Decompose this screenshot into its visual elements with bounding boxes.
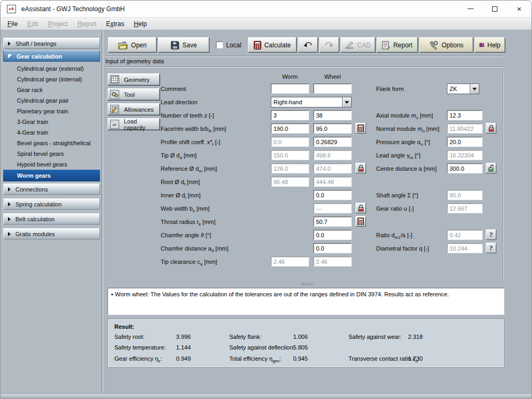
redo-icon bbox=[325, 41, 334, 48]
chamfer-distance-wheel-input[interactable] bbox=[313, 243, 352, 253]
centre-distance-lock-button[interactable] bbox=[486, 163, 496, 173]
maximize-button[interactable] bbox=[483, 1, 507, 17]
comment-worm-input[interactable] bbox=[271, 84, 309, 94]
chevron-right-icon bbox=[8, 41, 11, 46]
worm-column-header: Worm bbox=[271, 73, 309, 80]
chevron-down-icon bbox=[470, 84, 479, 94]
svg-text:?: ? bbox=[481, 44, 483, 46]
splitter-handle[interactable] bbox=[301, 283, 313, 286]
sidebar-item-bevel-gears[interactable]: Bevel gears - straight/helical bbox=[3, 138, 100, 148]
sidebar-item-worm-gears[interactable]: Worm gears bbox=[3, 170, 100, 181]
result-value: 1.730 bbox=[408, 355, 423, 362]
face-width-worm-input[interactable] bbox=[271, 123, 309, 134]
sidebar-group-connections[interactable]: Connections bbox=[3, 184, 100, 195]
undo-button[interactable] bbox=[298, 37, 318, 53]
result-label: Safety temperature: bbox=[114, 344, 166, 351]
load-capacity-tab-button[interactable]: σx Load capacity bbox=[107, 118, 160, 130]
local-checkbox[interactable] bbox=[216, 41, 223, 48]
result-label: Gear efficiency ηz: bbox=[114, 355, 162, 363]
sidebar-item-planetary-gear-train[interactable]: Planetary gear train bbox=[3, 106, 100, 117]
tool-tab-button[interactable]: Tool bbox=[107, 88, 160, 101]
save-button[interactable]: Save bbox=[158, 37, 210, 53]
calculator-icon bbox=[254, 41, 261, 49]
sidebar-group-shaft-bearings[interactable]: Shaft / bearings bbox=[3, 38, 100, 49]
profile-shift-wheel-input[interactable] bbox=[313, 137, 352, 147]
calculator-small-icon bbox=[358, 124, 364, 132]
teeth-worm-input[interactable] bbox=[271, 110, 309, 120]
shaft-angle-label: Shaft angle Σ [°] bbox=[376, 190, 418, 200]
close-button[interactable]: × bbox=[507, 1, 531, 17]
result-value: 0.945 bbox=[293, 355, 308, 362]
normal-module-lock-button[interactable] bbox=[486, 123, 496, 134]
centre-distance-label: Centre distance a [mm] bbox=[376, 164, 437, 173]
lock-closed-icon bbox=[358, 204, 364, 212]
cad-button: CAD bbox=[340, 37, 376, 53]
web-width-lock-button[interactable] bbox=[355, 203, 366, 213]
vertical-separator bbox=[503, 70, 504, 280]
geometry-tab-button[interactable]: Geometry bbox=[107, 73, 160, 86]
main-panel: Open Save Local Calculate bbox=[103, 30, 532, 393]
face-width-calc-button[interactable] bbox=[355, 123, 366, 134]
toolbar: Open Save Local Calculate bbox=[108, 37, 505, 53]
normal-module-field bbox=[447, 123, 483, 134]
sidebar-item-cylindrical-gear-external[interactable]: Cylindrical gear (external) bbox=[3, 63, 100, 74]
calculate-button[interactable]: Calculate bbox=[248, 37, 297, 53]
lock-open-icon bbox=[488, 164, 495, 172]
inner-diameter-wheel-input[interactable] bbox=[313, 190, 352, 200]
throat-radius-calc-button[interactable] bbox=[355, 216, 366, 227]
ratio-help-button[interactable]: ? bbox=[486, 229, 496, 240]
reference-diameter-lock-button[interactable] bbox=[355, 163, 366, 173]
centre-distance-input[interactable] bbox=[447, 163, 483, 173]
chamfer-angle-wheel-input[interactable] bbox=[313, 230, 352, 240]
sidebar-item-cylindrical-gear-pair[interactable]: Cylindrical gear pair bbox=[3, 95, 100, 106]
sidebar-item-cylindrical-gear-internal[interactable]: Cylindrical gear (internal) bbox=[3, 74, 100, 85]
options-button[interactable]: Options bbox=[419, 37, 473, 53]
sidebar-group-gear-calculation[interactable]: Gear calculation bbox=[3, 51, 100, 62]
redo-button bbox=[319, 37, 339, 53]
diametral-factor-field bbox=[447, 243, 483, 253]
bullet-icon: ▪ bbox=[111, 291, 113, 297]
result-label: Safety against wear: bbox=[348, 334, 402, 340]
sidebar-group-belt-calculation[interactable]: Belt calculation bbox=[3, 213, 100, 225]
lead-angle-field bbox=[447, 150, 483, 160]
sidebar-item-hypoid-bevel-gears[interactable]: Hypoid bevel gears bbox=[3, 159, 100, 170]
teeth-wheel-input[interactable] bbox=[313, 110, 352, 120]
gear-ratio-label: Gear ratio u [-] bbox=[376, 204, 414, 213]
sidebar-item-spiral-bevel-gears[interactable]: Spiral bevel gears bbox=[3, 148, 100, 159]
sidebar-group-gratis-modules[interactable]: Gratis modules bbox=[3, 228, 100, 239]
report-icon bbox=[382, 41, 390, 49]
sidebar-item-3-gear-train[interactable]: 3-Gear train bbox=[3, 117, 100, 127]
sidebar-item-gear-rack[interactable]: Gear rack bbox=[3, 85, 100, 95]
save-icon bbox=[171, 41, 179, 49]
app-window: eA eAssistant - GWJ Technology GmbH × Fi… bbox=[0, 0, 532, 399]
menu-help[interactable]: Help bbox=[129, 19, 152, 29]
lead-direction-dropdown[interactable]: Right-hand bbox=[271, 97, 352, 107]
chevron-right-icon bbox=[8, 187, 11, 192]
pressure-angle-input[interactable] bbox=[447, 137, 483, 147]
pressure-angle-label: Pressure angle αn [°] bbox=[376, 137, 430, 147]
menu-file[interactable]: File bbox=[3, 19, 22, 29]
close-icon: × bbox=[517, 5, 522, 13]
diametral-help-button[interactable]: ? bbox=[486, 243, 496, 253]
tip-diameter-wheel-field bbox=[313, 150, 352, 160]
help-button[interactable]: ? Help bbox=[475, 37, 505, 53]
throat-radius-wheel-input[interactable] bbox=[313, 217, 352, 227]
sidebar-item-4-gear-train[interactable]: 4-Gear train bbox=[3, 127, 100, 138]
comment-wheel-input[interactable] bbox=[313, 84, 352, 94]
axial-module-input[interactable] bbox=[447, 110, 483, 120]
result-label: Safety flank: bbox=[229, 334, 262, 340]
warning-message: Worm wheel: The Values for the calculati… bbox=[115, 291, 449, 297]
report-button[interactable]: Report bbox=[377, 37, 418, 53]
flank-form-dropdown[interactable]: ZK bbox=[447, 84, 479, 94]
load-capacity-sigma-icon: σx bbox=[110, 120, 119, 129]
allowances-tab-button[interactable]: Allowances bbox=[107, 103, 160, 115]
menu-extras[interactable]: Extras bbox=[101, 19, 129, 29]
minimize-button[interactable] bbox=[458, 1, 483, 17]
open-button[interactable]: Open bbox=[108, 37, 157, 53]
face-width-wheel-input[interactable] bbox=[313, 123, 352, 134]
chevron-right-icon bbox=[8, 232, 11, 236]
result-value: 1.144 bbox=[176, 344, 191, 351]
result-value: 1.006 bbox=[293, 334, 308, 340]
sidebar-group-spring-calculation[interactable]: Spring calculation bbox=[3, 198, 100, 210]
tip-clearance-label: Tip clearance ca [mm] bbox=[161, 257, 217, 267]
